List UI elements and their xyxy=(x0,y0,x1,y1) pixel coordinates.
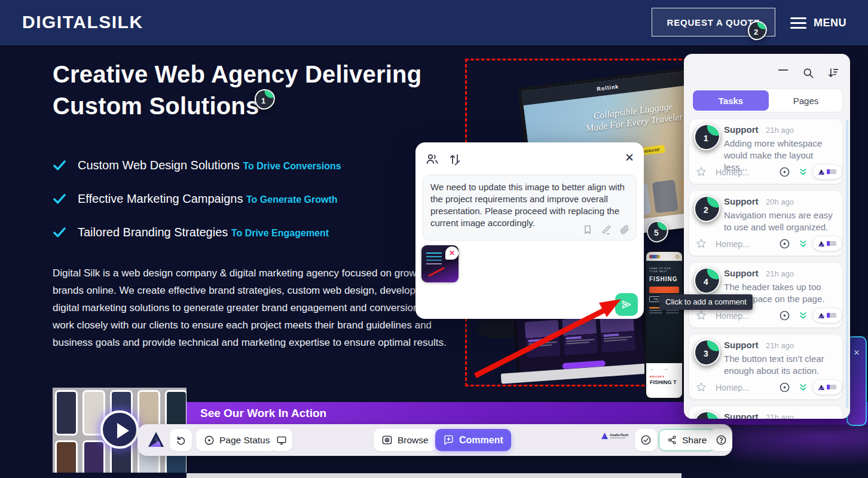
status-icon[interactable] xyxy=(779,310,790,321)
priority-chevrons-icon[interactable] xyxy=(798,167,808,177)
desktop-view-button[interactable] xyxy=(270,429,292,451)
phone-mockup-fishing: GEAR UP FOR YOUR NEXT FISHING TALK TO AN… xyxy=(644,250,684,400)
mock-phone-tagline: GEAR UP FOR YOUR NEXT xyxy=(649,267,679,273)
sort-filter-icon[interactable] xyxy=(827,67,839,79)
tab-tasks[interactable]: Tasks xyxy=(693,90,769,111)
task-time: 20h ago xyxy=(766,197,794,206)
minimize-icon[interactable]: — xyxy=(778,65,788,75)
comment-input[interactable]: We need to update this image to better a… xyxy=(423,175,637,240)
send-comment-button[interactable] xyxy=(615,293,638,316)
tab-pages[interactable]: Pages xyxy=(769,89,842,112)
atarim-logo-icon xyxy=(818,241,824,246)
share-button[interactable]: Share xyxy=(659,429,715,451)
client-logo-icon xyxy=(827,169,836,174)
check-icon xyxy=(53,159,66,172)
monitor-icon xyxy=(276,435,287,446)
task-author: Support xyxy=(724,412,759,419)
client-brand-logo: AzalioTech xyxy=(601,433,628,439)
assignee-pill[interactable] xyxy=(812,164,842,179)
bookmark-icon[interactable] xyxy=(582,224,593,235)
client-logo-icon xyxy=(827,313,836,318)
client-logo-icon xyxy=(601,433,608,439)
star-icon[interactable] xyxy=(695,238,707,249)
status-icon[interactable] xyxy=(779,382,790,393)
browse-button[interactable]: Browse xyxy=(374,429,436,451)
mock-phone-cta xyxy=(649,287,679,293)
checklist-text: Custom Web Design Solutions xyxy=(78,159,243,172)
complete-button[interactable] xyxy=(635,429,657,451)
client-logo-icon xyxy=(827,241,836,246)
task-author: Support xyxy=(724,196,759,206)
task-pin[interactable]: 3 xyxy=(693,339,722,367)
assignee-pill[interactable] xyxy=(812,379,842,395)
refresh-button[interactable] xyxy=(170,429,192,451)
check-icon xyxy=(53,226,66,239)
assignee-pill[interactable] xyxy=(812,236,842,251)
task-pin[interactable]: 2 xyxy=(693,195,722,223)
priority-chevrons-icon[interactable] xyxy=(798,382,808,392)
hamburger-icon[interactable] xyxy=(790,14,806,32)
question-circle-icon xyxy=(716,434,727,446)
task-time: 21h ago xyxy=(766,269,794,278)
tooltip: Click to add a comment xyxy=(659,294,753,310)
assignees-icon[interactable] xyxy=(425,152,439,166)
task-page: Homep... xyxy=(716,239,750,249)
mock-phone-small-label: ANGLER'S xyxy=(650,375,678,378)
star-icon[interactable] xyxy=(695,381,707,393)
sidebar-scrollbar[interactable] xyxy=(846,120,848,408)
task-author: Support xyxy=(724,268,759,278)
remove-attachment-icon[interactable]: ✕ xyxy=(445,246,459,260)
star-icon[interactable] xyxy=(695,309,707,321)
task-time: 21h ago xyxy=(766,413,794,419)
play-button[interactable] xyxy=(100,410,139,449)
task-card[interactable]: 3 Support 21h ago The button text isn’t … xyxy=(689,334,843,400)
priority-chevrons-icon[interactable] xyxy=(798,239,808,249)
status-icon[interactable] xyxy=(779,166,790,178)
comment-plus-icon xyxy=(443,434,454,446)
mock-phone-arrows: ← → xyxy=(650,366,678,372)
hero-title: Creative Web Agency Delivering Custom So… xyxy=(53,59,459,122)
atarim-logo-icon[interactable] xyxy=(147,431,165,449)
task-pin[interactable]: 1 xyxy=(693,123,722,151)
task-time: 21h ago xyxy=(766,126,794,135)
menu-group[interactable]: MENU xyxy=(790,14,846,32)
help-button[interactable] xyxy=(710,429,732,451)
page-bottom-strip xyxy=(187,473,681,478)
checklist-text: Tailored Branding Strategies xyxy=(78,226,231,239)
close-icon[interactable]: ✕ xyxy=(625,151,634,165)
client-logo-label: AzalioTech xyxy=(610,433,628,437)
checklist-text: Effective Marketing Campaigns xyxy=(78,192,246,205)
task-author: Support xyxy=(724,340,759,350)
task-card[interactable]: 1 Support 21h ago Adding more whitespace… xyxy=(689,118,843,184)
edit-pencil-icon[interactable] xyxy=(601,224,612,235)
page-status-button[interactable]: Page Status xyxy=(196,429,277,451)
sort-order-icon[interactable] xyxy=(448,152,462,166)
task-page: Homep... xyxy=(716,168,750,177)
star-icon[interactable] xyxy=(695,166,707,178)
digitalsilk-logo[interactable]: DIGITALSILK xyxy=(22,12,143,32)
status-icon[interactable] xyxy=(779,238,790,249)
checklist-highlight: To Drive Engagement xyxy=(231,228,329,238)
mock-phone-footer-title: FISHING T xyxy=(650,379,678,385)
mock-phone-heading: FISHING xyxy=(649,276,679,282)
tasks-sidebar: — Tasks Pages 1 Support 21h ago Adding m… xyxy=(684,54,850,419)
task-author: Support xyxy=(724,124,759,135)
task-pin[interactable] xyxy=(693,410,722,419)
task-time: 21h ago xyxy=(766,341,794,350)
mock-site-headline: Collapsible Luggage Made For Every Trave… xyxy=(576,98,691,135)
task-pin[interactable]: 4 xyxy=(693,267,722,295)
browse-eye-icon xyxy=(381,434,393,446)
chat-close-icon[interactable]: ✕ xyxy=(854,348,860,357)
task-card[interactable]: 2 Support 20h ago Navigation menus are e… xyxy=(689,190,843,256)
comment-mode-button[interactable]: Comment xyxy=(435,429,511,451)
assignee-pill[interactable] xyxy=(812,307,842,323)
attached-screenshot-thumbnail[interactable]: ✕ xyxy=(421,245,459,282)
circle-dot-icon xyxy=(204,435,215,446)
attachment-paperclip-icon[interactable] xyxy=(619,224,630,235)
browse-label: Browse xyxy=(398,435,429,446)
comment-popup: ✕ We need to update this image to better… xyxy=(415,142,644,319)
sidebar-tabs: Tasks Pages xyxy=(691,89,843,112)
search-icon[interactable] xyxy=(802,67,814,79)
task-card[interactable]: Support 21h ago xyxy=(689,406,843,419)
priority-chevrons-icon[interactable] xyxy=(798,310,808,321)
